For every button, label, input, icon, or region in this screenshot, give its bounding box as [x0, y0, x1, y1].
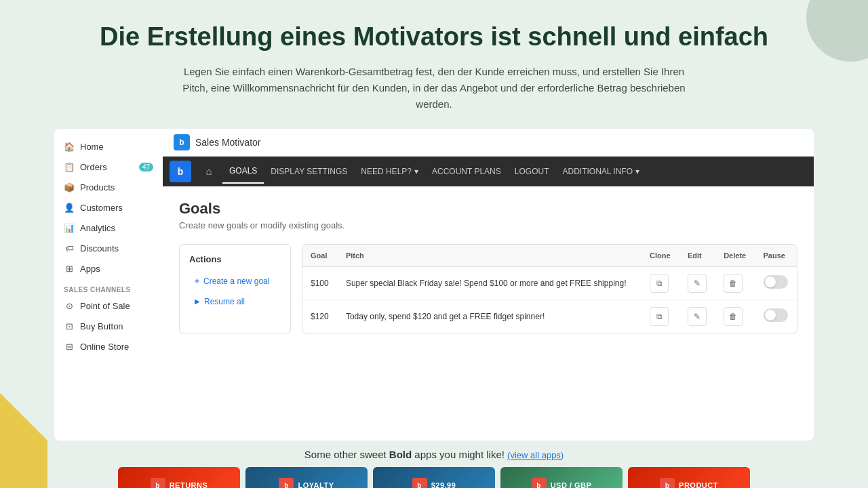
returns-app-card[interactable]: b RETURNS	[118, 467, 240, 488]
app-body: Goals Create new goals or modify existin…	[163, 186, 814, 441]
sidebar-label-analytics: Analytics	[80, 223, 115, 233]
app-nav: b ⌂ GOALS DISPLAY SETTINGS NEED HELP? ▾ …	[163, 157, 814, 186]
sidebar-item-buy-button[interactable]: ⊡ Buy Button	[54, 317, 163, 337]
resume-all-button[interactable]: ▶ Resume all	[189, 293, 281, 310]
row2-delete-cell: 🗑	[715, 300, 755, 333]
row2-delete-button[interactable]: 🗑	[724, 307, 743, 326]
goals-page-title: Goals	[179, 200, 797, 218]
sidebar-label-buy: Buy Button	[80, 321, 123, 331]
row2-pause-toggle[interactable]	[764, 308, 788, 322]
sidebar-item-discounts[interactable]: 🏷 Discounts	[54, 239, 163, 259]
row1-clone-button[interactable]: ⧉	[650, 274, 669, 293]
table-header-row: Goal Pitch Clone Edit Delete Pause	[302, 245, 797, 267]
sidebar-label-online-store: Online Store	[80, 342, 129, 352]
orders-badge: 47	[139, 163, 153, 171]
row2-pause-cell	[755, 300, 797, 333]
row1-clone-cell: ⧉	[642, 266, 679, 300]
returns-label: RETURNS	[170, 481, 208, 488]
play-icon: ▶	[195, 298, 200, 305]
col-pitch: Pitch	[338, 245, 642, 267]
page-heading: Die Erstellung eines Motivators ist schn…	[14, 22, 854, 53]
app-nav-additional-info[interactable]: ADDITIONAL INFO ▾	[555, 160, 646, 183]
pricing-label: $29.99	[431, 481, 456, 488]
product-label: PRODUCT	[679, 481, 718, 488]
goals-content: Actions + Create a new goal ▶ Resume all	[179, 244, 797, 333]
row1-delete-button[interactable]: 🗑	[724, 274, 743, 293]
row1-pause-toggle[interactable]	[764, 275, 788, 289]
analytics-icon: 📊	[64, 223, 75, 234]
col-edit: Edit	[679, 245, 715, 267]
col-goal: Goal	[302, 245, 338, 267]
row1-delete-cell: 🗑	[715, 266, 755, 300]
returns-logo: b	[151, 478, 165, 488]
sidebar-item-online-store[interactable]: ⊟ Online Store	[54, 337, 163, 357]
sidebar-label-customers: Customers	[80, 203, 123, 213]
col-pause: Pause	[755, 245, 797, 267]
currency-app-card[interactable]: b USD / GBP	[500, 467, 623, 488]
col-clone: Clone	[642, 245, 679, 267]
customers-icon: 👤	[64, 203, 75, 214]
row2-edit-button[interactable]: ✎	[688, 307, 707, 326]
pos-icon: ⊙	[64, 301, 75, 312]
bottom-text-suffix: apps you might like!	[412, 449, 505, 460]
app-logo-icon: b	[174, 134, 190, 150]
app-nav-home-button[interactable]: ⌂	[198, 161, 220, 182]
app-nav-logo: b	[170, 161, 191, 182]
row1-edit-button[interactable]: ✎	[688, 274, 707, 293]
goals-table-wrapper: Goal Pitch Clone Edit Delete Pause $100	[302, 244, 797, 333]
currency-card-inner: b USD / GBP	[532, 478, 592, 488]
loyalty-card-inner: b LOYALTY	[279, 478, 334, 488]
product-app-card[interactable]: b PRODUCT	[628, 467, 750, 488]
online-store-icon: ⊟	[64, 342, 75, 352]
orders-icon: 📋	[64, 162, 75, 173]
buy-button-icon: ⊡	[64, 321, 75, 332]
goals-table: Goal Pitch Clone Edit Delete Pause $100	[302, 245, 797, 333]
sidebar-label-orders: Orders	[80, 162, 107, 172]
sidebar-item-orders[interactable]: 📋 Orders 47	[54, 157, 163, 178]
sidebar-label-home: Home	[80, 142, 104, 152]
app-header: b Sales Motivator	[163, 129, 814, 157]
sidebar-label-apps: Apps	[80, 264, 100, 274]
row2-clone-cell: ⧉	[642, 300, 679, 333]
sales-channels-label: SALES CHANNELS	[54, 279, 163, 296]
row1-pitch: Super special Black Friday sale! Spend $…	[338, 266, 642, 300]
currency-label: USD / GBP	[551, 481, 592, 488]
app-nav-account-plans[interactable]: ACCOUNT PLANS	[425, 160, 508, 183]
table-row: $100 Super special Black Friday sale! Sp…	[302, 266, 797, 300]
sidebar-item-analytics[interactable]: 📊 Analytics	[54, 218, 163, 239]
sidebar-label-products: Products	[80, 182, 115, 192]
row1-edit-cell: ✎	[679, 266, 715, 300]
loyalty-label: LOYALTY	[298, 481, 334, 488]
additional-info-dropdown-icon: ▾	[635, 167, 639, 176]
view-all-apps-link[interactable]: (view all apps)	[507, 450, 564, 460]
row2-clone-button[interactable]: ⧉	[650, 307, 669, 326]
returns-card-inner: b RETURNS	[151, 478, 208, 488]
discounts-icon: 🏷	[64, 243, 75, 254]
actions-title: Actions	[189, 254, 281, 264]
sidebar-item-customers[interactable]: 👤 Customers	[54, 198, 163, 218]
create-new-goal-button[interactable]: + Create a new goal	[189, 272, 281, 290]
sidebar-item-home[interactable]: 🏠 Home	[54, 137, 163, 157]
top-section: Die Erstellung eines Motivators ist schn…	[0, 0, 868, 129]
currency-logo: b	[532, 478, 547, 488]
app-nav-logout[interactable]: LOGOUT	[508, 160, 556, 183]
plus-icon: +	[195, 277, 199, 286]
pricing-card-inner: b $29.99	[412, 478, 456, 488]
table-row: $120 Today only, spend $120 and get a FR…	[302, 300, 797, 333]
loyalty-app-card[interactable]: b LOYALTY	[245, 467, 368, 488]
col-delete: Delete	[715, 245, 755, 267]
sidebar-item-products[interactable]: 📦 Products	[54, 178, 163, 198]
app-frame: b Sales Motivator b ⌂ GOALS DISPLAY SETT…	[163, 129, 814, 441]
app-nav-need-help[interactable]: NEED HELP? ▾	[354, 160, 425, 183]
sidebar-item-pos[interactable]: ⊙ Point of Sale	[54, 296, 163, 317]
shopify-sidebar: 🏠 Home 📋 Orders 47 📦 Products 👤 Customer…	[54, 129, 163, 441]
pricing-app-card[interactable]: b $29.99	[373, 467, 495, 488]
app-nav-goals[interactable]: GOALS	[222, 159, 264, 184]
actions-panel: Actions + Create a new goal ▶ Resume all	[179, 244, 291, 333]
loyalty-logo: b	[279, 478, 294, 488]
sidebar-item-apps[interactable]: ⊞ Apps	[54, 259, 163, 279]
bottom-section: Some other sweet Bold apps you might lik…	[0, 441, 868, 488]
app-title: Sales Motivator	[195, 137, 260, 148]
app-nav-display-settings[interactable]: DISPLAY SETTINGS	[264, 160, 354, 183]
sidebar-label-pos: Point of Sale	[80, 301, 130, 311]
